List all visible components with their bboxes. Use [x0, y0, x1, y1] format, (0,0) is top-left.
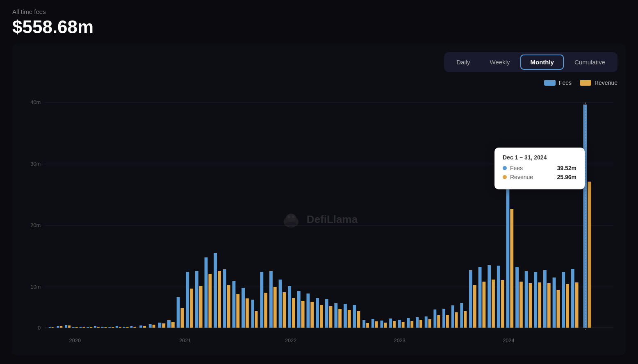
svg-rect-18: [60, 326, 62, 328]
svg-rect-123: [525, 271, 528, 328]
svg-rect-20: [68, 325, 71, 328]
svg-rect-67: [269, 271, 273, 328]
weekly-button[interactable]: Weekly: [481, 55, 519, 70]
svg-rect-89: [371, 319, 374, 328]
revenue-swatch: [580, 80, 591, 86]
svg-text:2021: 2021: [179, 337, 191, 344]
svg-rect-61: [242, 288, 245, 328]
svg-rect-127: [543, 270, 547, 328]
svg-rect-54: [208, 274, 212, 328]
fees-legend-item: Fees: [544, 80, 572, 86]
svg-rect-70: [283, 292, 286, 328]
svg-rect-117: [497, 266, 500, 328]
svg-rect-75: [307, 293, 310, 328]
svg-rect-46: [171, 322, 175, 328]
svg-rect-125: [534, 272, 537, 328]
svg-rect-43: [158, 323, 161, 328]
svg-rect-50: [190, 289, 193, 328]
svg-rect-57: [223, 269, 226, 328]
daily-button[interactable]: Daily: [447, 55, 479, 70]
svg-rect-136: [588, 182, 591, 328]
tooltip-revenue-row: Revenue 25.96m: [503, 174, 576, 180]
total-value: $558.68m: [12, 17, 626, 37]
svg-rect-76: [310, 302, 314, 328]
svg-rect-71: [288, 286, 291, 328]
svg-rect-93: [389, 318, 392, 328]
revenue-legend-item: Revenue: [580, 80, 617, 86]
svg-rect-122: [520, 282, 523, 328]
tooltip-revenue-value: 25.96m: [557, 174, 576, 180]
svg-rect-72: [292, 298, 295, 328]
svg-rect-90: [375, 321, 378, 328]
svg-text:30m: 30m: [30, 161, 41, 167]
svg-rect-114: [482, 282, 485, 328]
svg-rect-100: [419, 320, 422, 328]
legend-row: Fees Revenue: [21, 80, 617, 86]
svg-rect-130: [556, 290, 560, 328]
svg-rect-120: [510, 209, 513, 328]
tooltip-fees-value: 39.52m: [557, 165, 576, 171]
svg-rect-63: [251, 300, 254, 328]
svg-rect-86: [357, 311, 360, 328]
svg-text:20m: 20m: [30, 222, 41, 228]
fees-legend-label: Fees: [559, 80, 572, 86]
svg-text:40m: 40m: [30, 99, 41, 105]
svg-text:2024: 2024: [503, 337, 514, 344]
svg-rect-42: [153, 325, 155, 328]
svg-rect-80: [329, 306, 333, 328]
header-section: All time fees $558.68m: [12, 8, 626, 37]
svg-rect-103: [433, 309, 436, 328]
svg-rect-48: [181, 308, 184, 328]
svg-rect-108: [455, 312, 458, 328]
svg-rect-91: [381, 321, 383, 328]
svg-rect-51: [195, 271, 198, 328]
svg-rect-52: [199, 286, 203, 328]
svg-rect-128: [547, 283, 551, 328]
time-filter-row: Daily Weekly Monthly Cumulative: [21, 52, 617, 72]
svg-rect-62: [246, 298, 249, 328]
svg-rect-64: [255, 311, 258, 328]
svg-rect-129: [553, 278, 556, 328]
svg-text:0: 0: [38, 325, 41, 331]
svg-rect-44: [162, 323, 165, 328]
svg-rect-121: [515, 267, 519, 328]
svg-rect-49: [186, 272, 189, 328]
svg-rect-65: [260, 272, 263, 328]
svg-text:2022: 2022: [285, 337, 296, 344]
chart-tooltip: Dec 1 – 31, 2024 Fees 39.52m Revenue 25.…: [494, 148, 585, 189]
svg-rect-69: [279, 280, 282, 328]
svg-text:10m: 10m: [30, 284, 41, 290]
svg-rect-96: [402, 322, 405, 328]
svg-rect-92: [384, 323, 387, 328]
tooltip-revenue-label: Revenue: [510, 174, 533, 180]
monthly-button[interactable]: Monthly: [520, 55, 564, 70]
tooltip-revenue-dot: [503, 175, 507, 179]
svg-rect-112: [473, 285, 476, 328]
svg-text:2023: 2023: [394, 337, 406, 344]
page-container: All time fees $558.68m Daily Weekly Mont…: [0, 0, 638, 364]
svg-rect-113: [478, 267, 482, 328]
svg-rect-19: [65, 325, 67, 328]
svg-rect-58: [227, 285, 230, 328]
cumulative-button[interactable]: Cumulative: [565, 55, 614, 70]
svg-rect-87: [362, 320, 365, 328]
svg-rect-27: [94, 326, 96, 328]
chart-area: Daily Weekly Monthly Cumulative Fees Rev…: [12, 44, 626, 355]
svg-rect-94: [393, 321, 396, 328]
svg-rect-56: [218, 271, 221, 328]
tooltip-fees-row: Fees 39.52m: [503, 165, 576, 171]
fees-swatch: [544, 80, 556, 86]
svg-rect-133: [571, 269, 574, 328]
svg-rect-53: [205, 257, 208, 328]
svg-rect-101: [425, 316, 428, 328]
tooltip-fees-dot: [503, 166, 507, 170]
svg-rect-116: [492, 280, 495, 328]
svg-rect-83: [344, 304, 347, 328]
chart-inner: 40m 30m 20m 10m 0 2020 2021 2022 2023 20…: [21, 90, 617, 348]
svg-rect-118: [501, 280, 504, 328]
chart-svg: 40m 30m 20m 10m 0 2020 2021 2022 2023 20…: [21, 90, 617, 348]
svg-rect-59: [232, 281, 235, 328]
svg-rect-98: [410, 321, 413, 328]
svg-rect-134: [575, 282, 579, 328]
svg-rect-41: [149, 324, 152, 328]
